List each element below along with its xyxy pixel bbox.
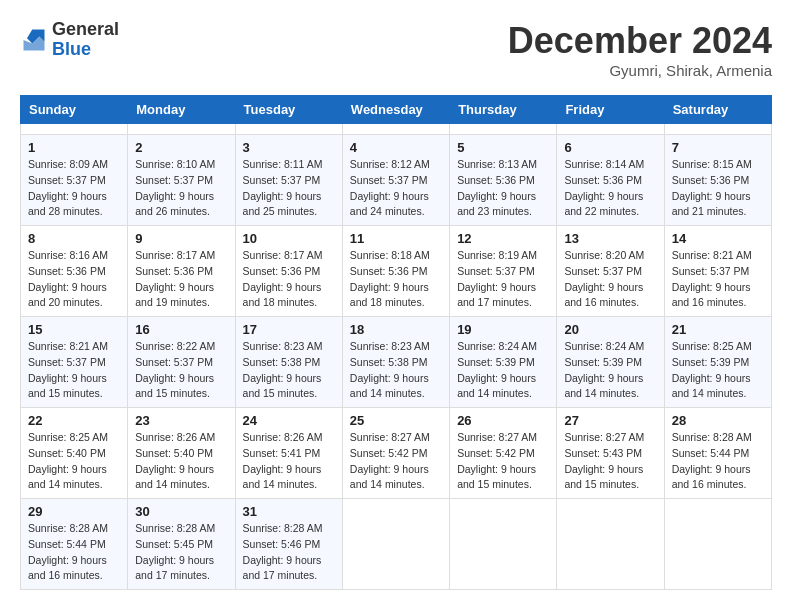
day-info: Sunrise: 8:22 AMSunset: 5:37 PMDaylight:…	[135, 339, 227, 402]
calendar-cell: 21Sunrise: 8:25 AMSunset: 5:39 PMDayligh…	[664, 317, 771, 408]
day-number: 25	[350, 413, 442, 428]
logo: General Blue	[20, 20, 119, 60]
page-header: General Blue December 2024 Gyumri, Shira…	[20, 20, 772, 79]
weekday-header: Thursday	[450, 96, 557, 124]
day-number: 24	[243, 413, 335, 428]
calendar-cell	[557, 499, 664, 590]
day-number: 29	[28, 504, 120, 519]
day-info: Sunrise: 8:17 AMSunset: 5:36 PMDaylight:…	[243, 248, 335, 311]
day-info: Sunrise: 8:21 AMSunset: 5:37 PMDaylight:…	[672, 248, 764, 311]
day-info: Sunrise: 8:13 AMSunset: 5:36 PMDaylight:…	[457, 157, 549, 220]
day-number: 9	[135, 231, 227, 246]
day-info: Sunrise: 8:26 AMSunset: 5:40 PMDaylight:…	[135, 430, 227, 493]
day-number: 4	[350, 140, 442, 155]
calendar-cell	[664, 124, 771, 135]
calendar-cell	[342, 499, 449, 590]
day-number: 21	[672, 322, 764, 337]
day-info: Sunrise: 8:10 AMSunset: 5:37 PMDaylight:…	[135, 157, 227, 220]
weekday-header: Friday	[557, 96, 664, 124]
day-info: Sunrise: 8:23 AMSunset: 5:38 PMDaylight:…	[243, 339, 335, 402]
day-info: Sunrise: 8:28 AMSunset: 5:44 PMDaylight:…	[672, 430, 764, 493]
calendar-week-row: 29Sunrise: 8:28 AMSunset: 5:44 PMDayligh…	[21, 499, 772, 590]
calendar-cell: 13Sunrise: 8:20 AMSunset: 5:37 PMDayligh…	[557, 226, 664, 317]
day-info: Sunrise: 8:14 AMSunset: 5:36 PMDaylight:…	[564, 157, 656, 220]
calendar-cell: 7Sunrise: 8:15 AMSunset: 5:36 PMDaylight…	[664, 135, 771, 226]
day-number: 28	[672, 413, 764, 428]
day-info: Sunrise: 8:26 AMSunset: 5:41 PMDaylight:…	[243, 430, 335, 493]
calendar-cell	[450, 499, 557, 590]
calendar-week-row: 1Sunrise: 8:09 AMSunset: 5:37 PMDaylight…	[21, 135, 772, 226]
calendar-cell: 1Sunrise: 8:09 AMSunset: 5:37 PMDaylight…	[21, 135, 128, 226]
calendar-cell: 4Sunrise: 8:12 AMSunset: 5:37 PMDaylight…	[342, 135, 449, 226]
calendar-cell: 11Sunrise: 8:18 AMSunset: 5:36 PMDayligh…	[342, 226, 449, 317]
day-info: Sunrise: 8:24 AMSunset: 5:39 PMDaylight:…	[564, 339, 656, 402]
calendar-cell	[557, 124, 664, 135]
calendar-cell	[342, 124, 449, 135]
calendar-cell: 20Sunrise: 8:24 AMSunset: 5:39 PMDayligh…	[557, 317, 664, 408]
calendar-cell: 22Sunrise: 8:25 AMSunset: 5:40 PMDayligh…	[21, 408, 128, 499]
day-info: Sunrise: 8:27 AMSunset: 5:43 PMDaylight:…	[564, 430, 656, 493]
calendar-cell	[664, 499, 771, 590]
day-info: Sunrise: 8:25 AMSunset: 5:40 PMDaylight:…	[28, 430, 120, 493]
calendar-cell: 31Sunrise: 8:28 AMSunset: 5:46 PMDayligh…	[235, 499, 342, 590]
calendar-cell: 17Sunrise: 8:23 AMSunset: 5:38 PMDayligh…	[235, 317, 342, 408]
calendar-cell: 10Sunrise: 8:17 AMSunset: 5:36 PMDayligh…	[235, 226, 342, 317]
calendar-cell: 27Sunrise: 8:27 AMSunset: 5:43 PMDayligh…	[557, 408, 664, 499]
calendar-cell: 18Sunrise: 8:23 AMSunset: 5:38 PMDayligh…	[342, 317, 449, 408]
day-number: 5	[457, 140, 549, 155]
logo-general: General	[52, 20, 119, 40]
day-number: 3	[243, 140, 335, 155]
calendar-cell: 12Sunrise: 8:19 AMSunset: 5:37 PMDayligh…	[450, 226, 557, 317]
day-number: 8	[28, 231, 120, 246]
weekday-header: Tuesday	[235, 96, 342, 124]
calendar-cell: 5Sunrise: 8:13 AMSunset: 5:36 PMDaylight…	[450, 135, 557, 226]
day-info: Sunrise: 8:28 AMSunset: 5:44 PMDaylight:…	[28, 521, 120, 584]
day-info: Sunrise: 8:28 AMSunset: 5:45 PMDaylight:…	[135, 521, 227, 584]
month-title: December 2024	[508, 20, 772, 62]
day-info: Sunrise: 8:12 AMSunset: 5:37 PMDaylight:…	[350, 157, 442, 220]
day-info: Sunrise: 8:28 AMSunset: 5:46 PMDaylight:…	[243, 521, 335, 584]
calendar-cell: 28Sunrise: 8:28 AMSunset: 5:44 PMDayligh…	[664, 408, 771, 499]
weekday-header-row: SundayMondayTuesdayWednesdayThursdayFrid…	[21, 96, 772, 124]
calendar-cell: 23Sunrise: 8:26 AMSunset: 5:40 PMDayligh…	[128, 408, 235, 499]
day-number: 2	[135, 140, 227, 155]
weekday-header: Saturday	[664, 96, 771, 124]
day-number: 31	[243, 504, 335, 519]
calendar-cell: 2Sunrise: 8:10 AMSunset: 5:37 PMDaylight…	[128, 135, 235, 226]
logo-icon	[20, 26, 48, 54]
day-number: 15	[28, 322, 120, 337]
day-info: Sunrise: 8:25 AMSunset: 5:39 PMDaylight:…	[672, 339, 764, 402]
day-info: Sunrise: 8:20 AMSunset: 5:37 PMDaylight:…	[564, 248, 656, 311]
day-number: 10	[243, 231, 335, 246]
weekday-header: Wednesday	[342, 96, 449, 124]
day-number: 30	[135, 504, 227, 519]
day-info: Sunrise: 8:27 AMSunset: 5:42 PMDaylight:…	[457, 430, 549, 493]
day-number: 7	[672, 140, 764, 155]
day-number: 17	[243, 322, 335, 337]
calendar-cell: 30Sunrise: 8:28 AMSunset: 5:45 PMDayligh…	[128, 499, 235, 590]
calendar-cell: 24Sunrise: 8:26 AMSunset: 5:41 PMDayligh…	[235, 408, 342, 499]
calendar-week-row	[21, 124, 772, 135]
calendar-cell: 3Sunrise: 8:11 AMSunset: 5:37 PMDaylight…	[235, 135, 342, 226]
day-info: Sunrise: 8:17 AMSunset: 5:36 PMDaylight:…	[135, 248, 227, 311]
day-number: 14	[672, 231, 764, 246]
calendar-cell: 14Sunrise: 8:21 AMSunset: 5:37 PMDayligh…	[664, 226, 771, 317]
calendar-week-row: 8Sunrise: 8:16 AMSunset: 5:36 PMDaylight…	[21, 226, 772, 317]
calendar-cell	[450, 124, 557, 135]
calendar-cell: 26Sunrise: 8:27 AMSunset: 5:42 PMDayligh…	[450, 408, 557, 499]
day-info: Sunrise: 8:15 AMSunset: 5:36 PMDaylight:…	[672, 157, 764, 220]
day-info: Sunrise: 8:16 AMSunset: 5:36 PMDaylight:…	[28, 248, 120, 311]
day-info: Sunrise: 8:11 AMSunset: 5:37 PMDaylight:…	[243, 157, 335, 220]
day-info: Sunrise: 8:23 AMSunset: 5:38 PMDaylight:…	[350, 339, 442, 402]
day-number: 11	[350, 231, 442, 246]
weekday-header: Monday	[128, 96, 235, 124]
calendar-cell: 19Sunrise: 8:24 AMSunset: 5:39 PMDayligh…	[450, 317, 557, 408]
calendar-cell: 9Sunrise: 8:17 AMSunset: 5:36 PMDaylight…	[128, 226, 235, 317]
calendar-cell	[128, 124, 235, 135]
day-number: 6	[564, 140, 656, 155]
calendar-cell: 6Sunrise: 8:14 AMSunset: 5:36 PMDaylight…	[557, 135, 664, 226]
location: Gyumri, Shirak, Armenia	[508, 62, 772, 79]
calendar-cell: 16Sunrise: 8:22 AMSunset: 5:37 PMDayligh…	[128, 317, 235, 408]
calendar: SundayMondayTuesdayWednesdayThursdayFrid…	[20, 95, 772, 590]
day-info: Sunrise: 8:19 AMSunset: 5:37 PMDaylight:…	[457, 248, 549, 311]
